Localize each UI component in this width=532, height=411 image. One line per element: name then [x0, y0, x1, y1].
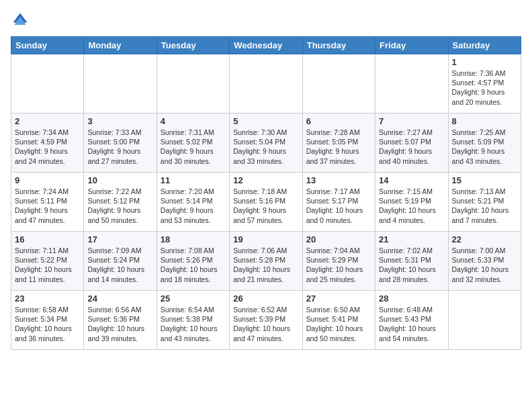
page: SundayMondayTuesdayWednesdayThursdayFrid…	[0, 0, 532, 361]
calendar-day-cell	[375, 54, 448, 113]
day-info: Sunrise: 7:08 AM Sunset: 5:26 PM Dayligh…	[161, 246, 226, 284]
day-number: 9	[15, 175, 80, 185]
day-info: Sunrise: 6:56 AM Sunset: 5:36 PM Dayligh…	[87, 305, 152, 343]
calendar-day-cell	[84, 54, 157, 113]
day-info: Sunrise: 6:54 AM Sunset: 5:38 PM Dayligh…	[161, 305, 226, 343]
day-number: 6	[306, 116, 371, 126]
day-info: Sunrise: 7:27 AM Sunset: 5:07 PM Dayligh…	[379, 128, 444, 166]
calendar-table: SundayMondayTuesdayWednesdayThursdayFrid…	[11, 36, 521, 350]
day-info: Sunrise: 7:04 AM Sunset: 5:29 PM Dayligh…	[306, 246, 371, 284]
calendar-week-row: 23Sunrise: 6:58 AM Sunset: 5:34 PM Dayli…	[11, 291, 521, 350]
calendar-day-cell: 18Sunrise: 7:08 AM Sunset: 5:26 PM Dayli…	[157, 232, 229, 291]
day-number: 26	[233, 293, 298, 304]
day-number: 23	[15, 293, 80, 304]
calendar-day-cell: 5Sunrise: 7:30 AM Sunset: 5:04 PM Daylig…	[230, 113, 302, 173]
calendar-day-cell: 21Sunrise: 7:02 AM Sunset: 5:31 PM Dayli…	[375, 232, 448, 291]
calendar-day-cell: 28Sunrise: 6:48 AM Sunset: 5:43 PM Dayli…	[375, 291, 448, 350]
day-number: 20	[306, 234, 371, 244]
day-number: 18	[161, 234, 226, 244]
day-number: 22	[452, 234, 517, 244]
calendar-day-cell: 9Sunrise: 7:24 AM Sunset: 5:11 PM Daylig…	[11, 173, 84, 232]
calendar-day-cell	[157, 54, 229, 113]
day-number: 15	[452, 175, 517, 185]
day-number: 25	[161, 293, 226, 304]
calendar-day-cell: 15Sunrise: 7:13 AM Sunset: 5:21 PM Dayli…	[448, 173, 521, 232]
weekday-header: Sunday	[11, 37, 84, 54]
day-number: 21	[379, 234, 444, 244]
calendar-day-cell	[448, 291, 521, 350]
day-info: Sunrise: 7:28 AM Sunset: 5:05 PM Dayligh…	[306, 128, 371, 166]
weekday-header: Friday	[375, 37, 448, 54]
day-number: 19	[233, 234, 298, 244]
calendar-day-cell: 26Sunrise: 6:52 AM Sunset: 5:39 PM Dayli…	[230, 291, 302, 350]
day-number: 3	[87, 116, 152, 126]
day-number: 4	[161, 116, 226, 126]
day-number: 8	[452, 116, 517, 126]
day-number: 5	[233, 116, 298, 126]
day-number: 1	[452, 57, 517, 67]
calendar-week-row: 1Sunrise: 7:36 AM Sunset: 4:57 PM Daylig…	[11, 54, 521, 113]
day-info: Sunrise: 7:13 AM Sunset: 5:21 PM Dayligh…	[452, 187, 517, 225]
weekday-header: Thursday	[302, 37, 375, 54]
day-info: Sunrise: 7:00 AM Sunset: 5:33 PM Dayligh…	[452, 246, 517, 284]
weekday-header: Saturday	[448, 37, 521, 54]
day-info: Sunrise: 7:30 AM Sunset: 5:04 PM Dayligh…	[233, 128, 298, 166]
calendar-day-cell: 12Sunrise: 7:18 AM Sunset: 5:16 PM Dayli…	[230, 173, 302, 232]
calendar-day-cell: 1Sunrise: 7:36 AM Sunset: 4:57 PM Daylig…	[448, 54, 521, 113]
day-number: 14	[379, 175, 444, 185]
calendar-day-cell: 25Sunrise: 6:54 AM Sunset: 5:38 PM Dayli…	[157, 291, 229, 350]
day-number: 12	[233, 175, 298, 185]
day-info: Sunrise: 7:25 AM Sunset: 5:09 PM Dayligh…	[452, 128, 517, 166]
calendar-header-row: SundayMondayTuesdayWednesdayThursdayFrid…	[11, 37, 521, 54]
calendar-week-row: 2Sunrise: 7:34 AM Sunset: 4:59 PM Daylig…	[11, 113, 521, 173]
calendar-day-cell	[11, 54, 84, 113]
weekday-header: Tuesday	[157, 37, 229, 54]
calendar-day-cell: 13Sunrise: 7:17 AM Sunset: 5:17 PM Dayli…	[302, 173, 375, 232]
calendar-day-cell: 6Sunrise: 7:28 AM Sunset: 5:05 PM Daylig…	[302, 113, 375, 173]
day-number: 17	[87, 234, 152, 244]
calendar-day-cell: 22Sunrise: 7:00 AM Sunset: 5:33 PM Dayli…	[448, 232, 521, 291]
day-number: 2	[15, 116, 80, 126]
calendar-day-cell	[302, 54, 375, 113]
day-info: Sunrise: 6:58 AM Sunset: 5:34 PM Dayligh…	[15, 305, 80, 343]
calendar-day-cell: 10Sunrise: 7:22 AM Sunset: 5:12 PM Dayli…	[84, 173, 157, 232]
calendar-day-cell	[230, 54, 302, 113]
day-info: Sunrise: 6:52 AM Sunset: 5:39 PM Dayligh…	[233, 305, 298, 343]
weekday-header: Monday	[84, 37, 157, 54]
day-info: Sunrise: 7:09 AM Sunset: 5:24 PM Dayligh…	[87, 246, 152, 284]
day-number: 10	[87, 175, 152, 185]
day-info: Sunrise: 6:48 AM Sunset: 5:43 PM Dayligh…	[379, 305, 444, 343]
day-number: 24	[87, 293, 152, 304]
day-number: 11	[161, 175, 226, 185]
calendar-day-cell: 17Sunrise: 7:09 AM Sunset: 5:24 PM Dayli…	[84, 232, 157, 291]
calendar-day-cell: 3Sunrise: 7:33 AM Sunset: 5:00 PM Daylig…	[84, 113, 157, 173]
day-info: Sunrise: 7:31 AM Sunset: 5:02 PM Dayligh…	[161, 128, 226, 166]
calendar-day-cell: 20Sunrise: 7:04 AM Sunset: 5:29 PM Dayli…	[302, 232, 375, 291]
calendar-day-cell: 27Sunrise: 6:50 AM Sunset: 5:41 PM Dayli…	[302, 291, 375, 350]
calendar-day-cell: 16Sunrise: 7:11 AM Sunset: 5:22 PM Dayli…	[11, 232, 84, 291]
day-number: 16	[15, 234, 80, 244]
calendar-day-cell: 4Sunrise: 7:31 AM Sunset: 5:02 PM Daylig…	[157, 113, 229, 173]
day-info: Sunrise: 7:33 AM Sunset: 5:00 PM Dayligh…	[87, 128, 152, 166]
calendar-day-cell: 14Sunrise: 7:15 AM Sunset: 5:19 PM Dayli…	[375, 173, 448, 232]
day-number: 27	[306, 293, 371, 304]
day-info: Sunrise: 7:34 AM Sunset: 4:59 PM Dayligh…	[15, 128, 80, 166]
day-info: Sunrise: 7:15 AM Sunset: 5:19 PM Dayligh…	[379, 187, 444, 225]
day-info: Sunrise: 7:17 AM Sunset: 5:17 PM Dayligh…	[306, 187, 371, 225]
day-info: Sunrise: 7:24 AM Sunset: 5:11 PM Dayligh…	[15, 187, 80, 225]
day-info: Sunrise: 7:06 AM Sunset: 5:28 PM Dayligh…	[233, 246, 298, 284]
day-info: Sunrise: 7:11 AM Sunset: 5:22 PM Dayligh…	[15, 246, 80, 284]
header	[11, 11, 521, 30]
calendar-day-cell: 19Sunrise: 7:06 AM Sunset: 5:28 PM Dayli…	[230, 232, 302, 291]
day-number: 13	[306, 175, 371, 185]
weekday-header: Wednesday	[230, 37, 302, 54]
calendar-day-cell: 24Sunrise: 6:56 AM Sunset: 5:36 PM Dayli…	[84, 291, 157, 350]
day-number: 28	[379, 293, 444, 304]
day-info: Sunrise: 7:36 AM Sunset: 4:57 PM Dayligh…	[452, 68, 517, 107]
calendar-day-cell: 2Sunrise: 7:34 AM Sunset: 4:59 PM Daylig…	[11, 113, 84, 173]
calendar-day-cell: 11Sunrise: 7:20 AM Sunset: 5:14 PM Dayli…	[157, 173, 229, 232]
logo-icon	[11, 11, 30, 30]
calendar-week-row: 16Sunrise: 7:11 AM Sunset: 5:22 PM Dayli…	[11, 232, 521, 291]
calendar-day-cell: 7Sunrise: 7:27 AM Sunset: 5:07 PM Daylig…	[375, 113, 448, 173]
calendar-day-cell: 8Sunrise: 7:25 AM Sunset: 5:09 PM Daylig…	[448, 113, 521, 173]
